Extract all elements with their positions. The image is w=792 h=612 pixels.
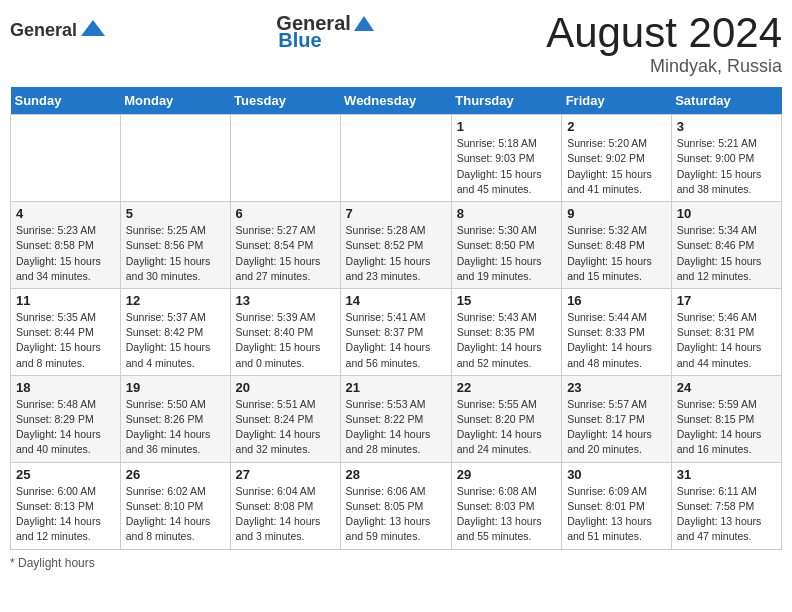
table-row [340, 115, 451, 202]
cell-date: 12 [126, 293, 225, 308]
table-row: 30Sunrise: 6:09 AM Sunset: 8:01 PM Dayli… [562, 462, 672, 549]
cell-date: 22 [457, 380, 556, 395]
cell-info: Sunrise: 5:53 AM Sunset: 8:22 PM Dayligh… [346, 397, 446, 458]
cell-date: 10 [677, 206, 776, 221]
calendar-week-row: 25Sunrise: 6:00 AM Sunset: 8:13 PM Dayli… [11, 462, 782, 549]
table-row: 11Sunrise: 5:35 AM Sunset: 8:44 PM Dayli… [11, 288, 121, 375]
cell-info: Sunrise: 5:59 AM Sunset: 8:15 PM Dayligh… [677, 397, 776, 458]
table-row: 28Sunrise: 6:06 AM Sunset: 8:05 PM Dayli… [340, 462, 451, 549]
col-saturday: Saturday [671, 87, 781, 115]
cell-info: Sunrise: 6:11 AM Sunset: 7:58 PM Dayligh… [677, 484, 776, 545]
table-row: 3Sunrise: 5:21 AM Sunset: 9:00 PM Daylig… [671, 115, 781, 202]
table-row: 23Sunrise: 5:57 AM Sunset: 8:17 PM Dayli… [562, 375, 672, 462]
table-row: 6Sunrise: 5:27 AM Sunset: 8:54 PM Daylig… [230, 202, 340, 289]
cell-info: Sunrise: 5:41 AM Sunset: 8:37 PM Dayligh… [346, 310, 446, 371]
table-row: 19Sunrise: 5:50 AM Sunset: 8:26 PM Dayli… [120, 375, 230, 462]
col-tuesday: Tuesday [230, 87, 340, 115]
cell-date: 25 [16, 467, 115, 482]
cell-info: Sunrise: 5:25 AM Sunset: 8:56 PM Dayligh… [126, 223, 225, 284]
cell-info: Sunrise: 6:04 AM Sunset: 8:08 PM Dayligh… [236, 484, 335, 545]
logo-icon [79, 16, 107, 44]
cell-info: Sunrise: 5:30 AM Sunset: 8:50 PM Dayligh… [457, 223, 556, 284]
cell-date: 24 [677, 380, 776, 395]
cell-info: Sunrise: 5:48 AM Sunset: 8:29 PM Dayligh… [16, 397, 115, 458]
header: General General Blue August 2024 Mindyak… [10, 10, 782, 77]
cell-date: 29 [457, 467, 556, 482]
calendar-week-row: 11Sunrise: 5:35 AM Sunset: 8:44 PM Dayli… [11, 288, 782, 375]
cell-date: 26 [126, 467, 225, 482]
cell-info: Sunrise: 5:37 AM Sunset: 8:42 PM Dayligh… [126, 310, 225, 371]
col-friday: Friday [562, 87, 672, 115]
table-row: 29Sunrise: 6:08 AM Sunset: 8:03 PM Dayli… [451, 462, 561, 549]
calendar-week-row: 4Sunrise: 5:23 AM Sunset: 8:58 PM Daylig… [11, 202, 782, 289]
cell-info: Sunrise: 5:27 AM Sunset: 8:54 PM Dayligh… [236, 223, 335, 284]
footer-note: * Daylight hours [10, 556, 782, 570]
cell-info: Sunrise: 5:23 AM Sunset: 8:58 PM Dayligh… [16, 223, 115, 284]
calendar-table: Sunday Monday Tuesday Wednesday Thursday… [10, 87, 782, 549]
col-thursday: Thursday [451, 87, 561, 115]
location-title: Mindyak, Russia [546, 56, 782, 77]
calendar-week-row: 1Sunrise: 5:18 AM Sunset: 9:03 PM Daylig… [11, 115, 782, 202]
cell-date: 14 [346, 293, 446, 308]
cell-info: Sunrise: 6:00 AM Sunset: 8:13 PM Dayligh… [16, 484, 115, 545]
table-row: 4Sunrise: 5:23 AM Sunset: 8:58 PM Daylig… [11, 202, 121, 289]
cell-info: Sunrise: 6:08 AM Sunset: 8:03 PM Dayligh… [457, 484, 556, 545]
cell-date: 31 [677, 467, 776, 482]
cell-info: Sunrise: 5:51 AM Sunset: 8:24 PM Dayligh… [236, 397, 335, 458]
cell-date: 13 [236, 293, 335, 308]
table-row: 18Sunrise: 5:48 AM Sunset: 8:29 PM Dayli… [11, 375, 121, 462]
cell-info: Sunrise: 5:18 AM Sunset: 9:03 PM Dayligh… [457, 136, 556, 197]
col-wednesday: Wednesday [340, 87, 451, 115]
cell-info: Sunrise: 5:34 AM Sunset: 8:46 PM Dayligh… [677, 223, 776, 284]
cell-date: 3 [677, 119, 776, 134]
cell-date: 21 [346, 380, 446, 395]
table-row [11, 115, 121, 202]
month-title: August 2024 [546, 10, 782, 56]
cell-info: Sunrise: 6:02 AM Sunset: 8:10 PM Dayligh… [126, 484, 225, 545]
table-row: 9Sunrise: 5:32 AM Sunset: 8:48 PM Daylig… [562, 202, 672, 289]
title-area: August 2024 Mindyak, Russia [546, 10, 782, 77]
cell-date: 2 [567, 119, 666, 134]
calendar-header-row: Sunday Monday Tuesday Wednesday Thursday… [11, 87, 782, 115]
cell-date: 9 [567, 206, 666, 221]
logo-general: General [10, 20, 77, 41]
table-row: 15Sunrise: 5:43 AM Sunset: 8:35 PM Dayli… [451, 288, 561, 375]
cell-info: Sunrise: 5:35 AM Sunset: 8:44 PM Dayligh… [16, 310, 115, 371]
cell-info: Sunrise: 5:55 AM Sunset: 8:20 PM Dayligh… [457, 397, 556, 458]
table-row: 27Sunrise: 6:04 AM Sunset: 8:08 PM Dayli… [230, 462, 340, 549]
table-row: 17Sunrise: 5:46 AM Sunset: 8:31 PM Dayli… [671, 288, 781, 375]
cell-date: 17 [677, 293, 776, 308]
cell-date: 4 [16, 206, 115, 221]
table-row: 14Sunrise: 5:41 AM Sunset: 8:37 PM Dayli… [340, 288, 451, 375]
table-row: 16Sunrise: 5:44 AM Sunset: 8:33 PM Dayli… [562, 288, 672, 375]
table-row: 31Sunrise: 6:11 AM Sunset: 7:58 PM Dayli… [671, 462, 781, 549]
cell-date: 20 [236, 380, 335, 395]
cell-date: 19 [126, 380, 225, 395]
cell-info: Sunrise: 5:43 AM Sunset: 8:35 PM Dayligh… [457, 310, 556, 371]
table-row: 5Sunrise: 5:25 AM Sunset: 8:56 PM Daylig… [120, 202, 230, 289]
cell-date: 8 [457, 206, 556, 221]
cell-date: 15 [457, 293, 556, 308]
cell-date: 23 [567, 380, 666, 395]
table-row: 8Sunrise: 5:30 AM Sunset: 8:50 PM Daylig… [451, 202, 561, 289]
table-row: 13Sunrise: 5:39 AM Sunset: 8:40 PM Dayli… [230, 288, 340, 375]
cell-info: Sunrise: 5:44 AM Sunset: 8:33 PM Dayligh… [567, 310, 666, 371]
table-row [120, 115, 230, 202]
col-sunday: Sunday [11, 87, 121, 115]
cell-info: Sunrise: 5:20 AM Sunset: 9:02 PM Dayligh… [567, 136, 666, 197]
table-row: 24Sunrise: 5:59 AM Sunset: 8:15 PM Dayli… [671, 375, 781, 462]
cell-date: 27 [236, 467, 335, 482]
svg-marker-0 [81, 20, 105, 36]
cell-info: Sunrise: 5:32 AM Sunset: 8:48 PM Dayligh… [567, 223, 666, 284]
table-row: 2Sunrise: 5:20 AM Sunset: 9:02 PM Daylig… [562, 115, 672, 202]
table-row: 21Sunrise: 5:53 AM Sunset: 8:22 PM Dayli… [340, 375, 451, 462]
cell-date: 30 [567, 467, 666, 482]
table-row: 12Sunrise: 5:37 AM Sunset: 8:42 PM Dayli… [120, 288, 230, 375]
cell-date: 18 [16, 380, 115, 395]
cell-info: Sunrise: 5:46 AM Sunset: 8:31 PM Dayligh… [677, 310, 776, 371]
cell-date: 16 [567, 293, 666, 308]
table-row: 26Sunrise: 6:02 AM Sunset: 8:10 PM Dayli… [120, 462, 230, 549]
table-row: 22Sunrise: 5:55 AM Sunset: 8:20 PM Dayli… [451, 375, 561, 462]
cell-info: Sunrise: 5:28 AM Sunset: 8:52 PM Dayligh… [346, 223, 446, 284]
cell-date: 6 [236, 206, 335, 221]
